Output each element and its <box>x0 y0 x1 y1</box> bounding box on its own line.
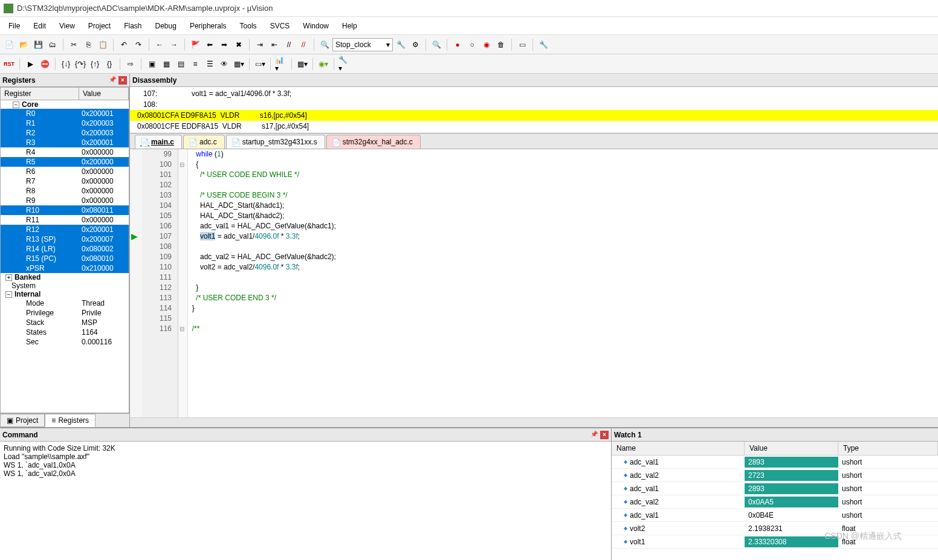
bp-kill-icon[interactable]: 🗑 <box>494 38 508 51</box>
reg-group-core[interactable]: −Core <box>1 100 129 109</box>
system-viewer-icon[interactable]: ◉▾ <box>317 57 330 71</box>
file-tab[interactable]: 📄stm32g4xx_hal_adc.c <box>326 135 421 149</box>
bookmark-next-icon[interactable]: ➡ <box>218 38 231 51</box>
code-line[interactable]: } <box>188 303 938 314</box>
register-row[interactable]: StackMSP <box>1 318 129 327</box>
cut-icon[interactable]: ✂ <box>67 38 80 51</box>
tab-registers[interactable]: ≡Registers <box>45 414 95 427</box>
disasm-line[interactable]: 0x08001CFA ED9F8A15 VLDR s16,[pc,#0x54] <box>130 110 938 121</box>
register-row[interactable]: R30x200001 <box>1 138 129 147</box>
breakpoint-icon[interactable]: ● <box>451 38 464 51</box>
save-all-icon[interactable]: 🗂 <box>46 38 59 51</box>
serial-window-icon[interactable]: ▭▾ <box>253 57 267 71</box>
horizontal-scrollbar[interactable] <box>130 417 938 427</box>
menu-peripherals[interactable]: Peripherals <box>184 19 233 33</box>
code-line[interactable]: adc_val1 = HAL_ADC_GetValue(&hadc1); <box>188 221 938 231</box>
command-output[interactable]: Running with Code Size Limit: 32KLoad "s… <box>0 442 611 560</box>
comment-icon[interactable]: // <box>282 38 296 51</box>
reg-group-internal[interactable]: −Internal <box>1 290 129 298</box>
disasm-window-icon[interactable]: ▦ <box>160 57 173 71</box>
step-in-icon[interactable]: {↓} <box>59 57 73 71</box>
menu-view[interactable]: View <box>53 19 81 33</box>
register-row[interactable]: R20x200003 <box>1 128 129 138</box>
uncomment-icon[interactable]: // <box>297 38 310 51</box>
code-line[interactable]: } <box>188 283 938 293</box>
target-combo[interactable]: Stop_clock▾ <box>332 38 393 51</box>
find-icon[interactable]: 🔍 <box>318 38 331 51</box>
watch-enter-expression[interactable] <box>612 549 938 560</box>
register-row[interactable]: R80x000000 <box>1 186 129 196</box>
trace-icon[interactable]: ▦▾ <box>296 57 309 71</box>
menu-help[interactable]: Help <box>336 19 363 33</box>
file-tab[interactable]: 📄main.c <box>135 135 182 149</box>
config-icon[interactable]: 🔧 <box>394 38 407 51</box>
watch-row[interactable]: ◆adc_val12893ushort <box>612 482 938 495</box>
window-icon[interactable]: ▭ <box>516 38 529 51</box>
menu-debug[interactable]: Debug <box>149 19 183 33</box>
file-tab[interactable]: 📄adc.c <box>183 135 225 149</box>
register-row[interactable]: Sec0.000116 <box>1 337 129 347</box>
code-line[interactable] <box>188 242 938 252</box>
code-line[interactable]: volt1 = adc_val1/4096.0f * 3.3f; <box>188 231 938 242</box>
analysis-icon[interactable]: 📊▾ <box>274 57 288 71</box>
register-row[interactable]: R90x000000 <box>1 196 129 205</box>
new-icon[interactable]: 📄 <box>2 38 16 51</box>
bookmark-prev-icon[interactable]: ⬅ <box>203 38 216 51</box>
register-row[interactable]: R40x000000 <box>1 147 129 157</box>
call-stack-icon[interactable]: ☰ <box>203 57 216 71</box>
menu-flash[interactable]: Flash <box>118 19 147 33</box>
menu-svcs[interactable]: SVCS <box>264 19 296 33</box>
reset-icon[interactable]: RST <box>2 57 16 71</box>
save-icon[interactable]: 💾 <box>31 38 45 51</box>
file-tab[interactable]: 📄startup_stm32g431xx.s <box>226 135 325 149</box>
register-row[interactable]: PrivilegePrivile <box>1 308 129 318</box>
code-line[interactable] <box>188 180 938 190</box>
tab-project[interactable]: ▣Project <box>0 414 45 427</box>
register-row[interactable]: R100x080011 <box>1 205 129 215</box>
register-row[interactable]: R110x000000 <box>1 215 129 225</box>
menu-project[interactable]: Project <box>82 19 117 33</box>
menu-window[interactable]: Window <box>297 19 335 33</box>
watch-window-icon[interactable]: 👁 <box>218 57 231 71</box>
pin-icon[interactable]: 📌 <box>590 431 599 439</box>
disasm-line[interactable]: 107: volt1 = adc_val1/4096.0f * 3.3f; <box>130 88 938 99</box>
fold-icon[interactable]: ⊟ <box>178 326 184 332</box>
reg-group-system[interactable]: System <box>1 282 129 290</box>
register-row[interactable]: R120x200001 <box>1 225 129 234</box>
fold-icon[interactable]: ⊟ <box>178 161 184 168</box>
bp-enable-icon[interactable]: ◉ <box>480 38 493 51</box>
watch-row[interactable]: ◆adc_val10x0B4Eushort <box>612 509 938 522</box>
disasm-line[interactable]: 0x08001CFE EDDF8A15 VLDR s17,[pc,#0x54] <box>130 121 938 132</box>
watch-row[interactable]: ◆adc_val20x0AA5ushort <box>612 495 938 509</box>
bookmark-icon[interactable]: 🚩 <box>189 38 202 51</box>
paste-icon[interactable]: 📋 <box>96 38 109 51</box>
bp-disable-icon[interactable]: ○ <box>465 38 479 51</box>
close-icon[interactable]: × <box>118 76 127 85</box>
disassembly-body[interactable]: 107: volt1 = adc_val1/4096.0f * 3.3f; 10… <box>130 87 938 133</box>
code-line[interactable] <box>188 314 938 324</box>
symbols-window-icon[interactable]: ▤ <box>174 57 187 71</box>
register-row[interactable]: R10x200003 <box>1 118 129 128</box>
wrench-icon[interactable]: 🔧 <box>537 38 550 51</box>
register-row[interactable]: States1164 <box>1 327 129 337</box>
undo-icon[interactable]: ↶ <box>117 38 131 51</box>
disasm-line[interactable]: 108: <box>130 99 938 110</box>
reg-group-banked[interactable]: +Banked <box>1 273 129 282</box>
menu-file[interactable]: File <box>2 19 26 33</box>
code-line[interactable]: adc_val2 = HAL_ADC_GetValue(&hadc2); <box>188 252 938 262</box>
registers-window-icon[interactable]: ≡ <box>189 57 202 71</box>
code-line[interactable]: HAL_ADC_Start(&hadc1); <box>188 201 938 211</box>
register-row[interactable]: R14 (LR)0x080002 <box>1 244 129 254</box>
watch-row[interactable]: ◆adc_val12893ushort <box>612 455 938 469</box>
code-editor[interactable]: ▶ 99100101102103104105106107108109110111… <box>130 149 938 417</box>
memory-window-icon[interactable]: ▦▾ <box>232 57 245 71</box>
pin-icon[interactable]: 📌 <box>109 76 117 85</box>
menu-tools[interactable]: Tools <box>234 19 263 33</box>
nav-back-icon[interactable]: ← <box>153 38 166 51</box>
cmd-window-icon[interactable]: ▣ <box>145 57 158 71</box>
registers-table[interactable]: Register Value −CoreR00x200001R10x200003… <box>0 87 129 413</box>
code-line[interactable]: /* USER CODE END WHILE */ <box>188 170 938 180</box>
register-row[interactable]: R13 (SP)0x200007 <box>1 234 129 244</box>
register-row[interactable]: R70x000000 <box>1 176 129 186</box>
step-out-icon[interactable]: {↑} <box>88 57 102 71</box>
